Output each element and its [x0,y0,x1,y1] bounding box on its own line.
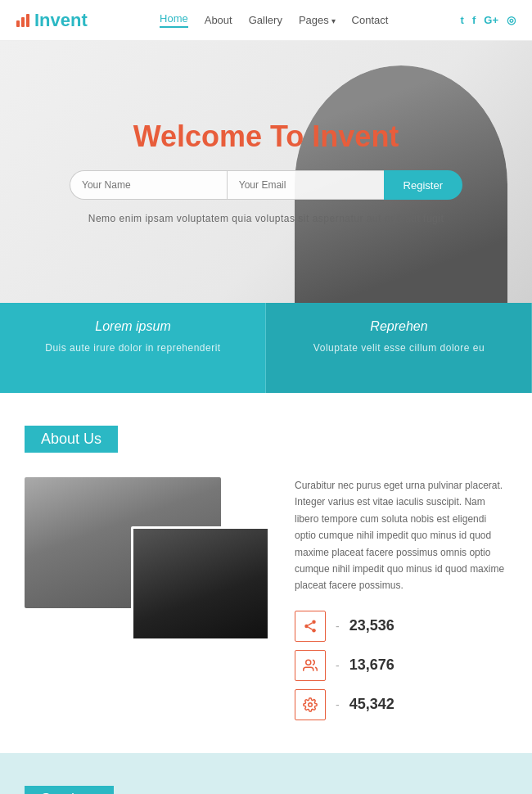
nav-links: Home About Gallery Pages Contact [160,12,388,28]
nav-pages[interactable]: Pages [299,14,336,26]
nav-contact[interactable]: Contact [352,14,389,26]
instagram-icon[interactable]: ◎ [507,14,516,26]
svg-point-0 [312,620,316,624]
stats-list: - 23,536 - 13,676 [295,611,507,720]
stat-dash-2: - [336,659,340,672]
banner-left-title: Lorem ipsum [25,319,241,334]
hero-form: Register [70,170,462,200]
hero-tagline: Nemo enim ipsam voluptatem quia voluptas… [16,213,516,224]
stat-row-1: - 23,536 [295,611,507,642]
hero-content: Welcome To Invent Register Nemo enim ips… [0,120,532,224]
banner-right-text: Voluptate velit esse cillum dolore eu [291,341,507,356]
name-input[interactable] [70,170,227,200]
banner-left-text: Duis aute irure dolor in reprehenderit [25,341,241,356]
banner-right-title: Reprehen [291,319,507,334]
navbar: Invent Home About Gallery Pages Contact … [0,0,532,41]
stat-icon-3 [295,689,326,720]
svg-point-6 [309,702,313,706]
nav-about[interactable]: About [205,14,232,26]
logo: Invent [16,10,88,31]
googleplus-icon[interactable]: G+ [484,14,498,26]
hero-title: Welcome To Invent [16,120,516,154]
stat-value-2: 13,676 [349,656,394,674]
brand-name: Invent [34,10,88,31]
about-image-foreground [131,526,270,641]
register-button[interactable]: Register [384,170,462,200]
banner-left: Lorem ipsum Duis aute irure dolor in rep… [0,303,266,393]
about-content: Curabitur nec purus eget urna pulvinar p… [25,477,507,720]
people-icon [303,658,318,673]
facebook-icon[interactable]: f [472,14,476,26]
email-input[interactable] [227,170,384,200]
stat-dash-3: - [336,698,340,711]
svg-line-3 [308,627,312,629]
svg-point-1 [304,624,309,628]
stat-row-3: - 45,342 [295,689,507,720]
about-text: Curabitur nec purus eget urna pulvinar p… [295,477,507,720]
stat-value-1: 23,536 [349,617,394,634]
nav-gallery[interactable]: Gallery [249,14,282,26]
svg-point-2 [312,629,316,633]
services-section: Services Cum soluta nobis Itaque earum r… [0,753,532,794]
banner-right: Reprehen Voluptate velit esse cillum dol… [266,303,532,393]
share-icon [303,619,318,634]
nav-home[interactable]: Home [160,12,188,28]
services-title: Services [25,786,114,794]
twitter-icon[interactable]: t [461,14,464,26]
teal-banner: Lorem ipsum Duis aute irure dolor in rep… [0,303,532,393]
settings-icon [303,697,318,712]
stat-icon-2 [295,650,326,681]
stat-icon-1 [295,611,326,642]
about-section: About Us Curabitur nec purus eget urna p… [0,393,532,753]
stat-value-3: 45,342 [349,696,394,713]
about-images [25,477,270,641]
logo-bars-icon [16,14,29,27]
nav-social: t f G+ ◎ [461,14,516,26]
svg-point-5 [306,660,311,665]
stat-row-2: - 13,676 [295,650,507,681]
stat-dash-1: - [336,620,340,633]
svg-line-4 [308,623,312,625]
about-title: About Us [25,426,118,453]
hero-section: Welcome To Invent Register Nemo enim ips… [0,41,532,303]
about-description: Curabitur nec purus eget urna pulvinar p… [295,477,507,594]
